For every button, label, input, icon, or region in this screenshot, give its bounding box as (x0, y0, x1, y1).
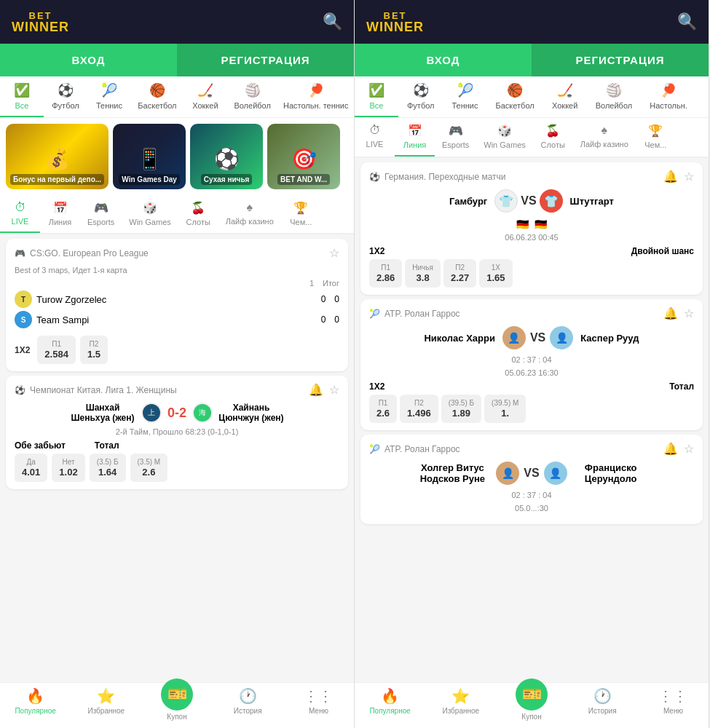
sport-tab-tabletennis-left[interactable]: 🏓 Настольн. теннис (277, 76, 354, 117)
bottom-nav-coupon-right[interactable]: 🎫 Купон (496, 687, 567, 721)
atp1-league-name: ATP. Ролан Гаррос (384, 309, 460, 319)
china-odds-35b[interactable]: (3.5) Б 1.64 (90, 454, 126, 482)
atp1-bell-btn[interactable]: 🔔 (663, 306, 678, 320)
csgo-team2: S Team Sampi (15, 311, 89, 328)
bottom-nav-history-right[interactable]: 🕐 История (567, 687, 638, 721)
register-button-left[interactable]: РЕГИСТРАЦИЯ (177, 44, 354, 76)
sport-tab-hockey-right[interactable]: 🏒 Хоккей (543, 76, 587, 117)
sport-tab-basketball-right[interactable]: 🏀 Баскетбол (487, 76, 543, 117)
nav-tab-live-right[interactable]: ⏱ LIVE (355, 118, 395, 157)
atp1-team1-name: Николас Харри (424, 333, 494, 344)
germany-odds-p2[interactable]: П2 2.27 (443, 259, 476, 288)
nav-tab-wingames-right[interactable]: 🎲 Win Games (476, 118, 532, 157)
promo-row-left: 💰 Бонус на первый депо... 📱 Win Games Da… (0, 118, 354, 195)
promo-betandwin-left[interactable]: 🎯 BET AND W... (267, 124, 340, 189)
atp1-market2-label: Тотал (669, 381, 694, 392)
bottom-nav-history-left[interactable]: 🕐 История (213, 687, 283, 721)
china-odds-35m[interactable]: (3.5) М 2.6 (130, 454, 168, 482)
nav-tab-chm-right[interactable]: 🏆 Чем... (636, 118, 676, 157)
bottom-nav-favorites-right[interactable]: ⭐ Избранное (425, 687, 496, 721)
nav-tab-liniya-right[interactable]: 📅 Линия (395, 118, 435, 157)
sport-tab-all-right[interactable]: ✅ Все (355, 76, 398, 117)
sport-tab-hockey-left[interactable]: 🏒 Хоккей (184, 76, 227, 117)
laykaz-icon-left: ♠ (247, 201, 253, 214)
promo-wingames-left[interactable]: 📱 Win Games Day (113, 124, 186, 189)
germany-odds-nichya[interactable]: Ничья 3.8 (405, 259, 441, 288)
sport-tab-volleyball-label-left: Волейбол (234, 101, 271, 110)
login-button-left[interactable]: ВХОД (0, 44, 177, 76)
nav-tab-esports-left[interactable]: 🎮 Esports (80, 195, 122, 233)
atp2-league-name: ATP. Ролан Гаррос (384, 444, 460, 454)
sport-tab-football-left[interactable]: ⚽ Футбол (44, 76, 87, 117)
atp2-favorite-btn[interactable]: ☆ (684, 442, 694, 456)
register-button-right[interactable]: РЕГИСТРАЦИЯ (532, 44, 709, 76)
nav-tab-slots-right[interactable]: 🍒 Слоты (533, 118, 573, 157)
sport-tab-tennis-label-left: Теннис (96, 101, 122, 110)
atp1-odds-row: П1 2.6 П2 1.496 (39.5) Б 1.89 (39.5) М 1… (369, 395, 694, 423)
sport-tab-tennis-right[interactable]: 🎾 Теннис (443, 76, 487, 117)
bottom-nav-popular-left[interactable]: 🔥 Популярное (0, 687, 71, 721)
bottom-nav-coupon-left[interactable]: 🎫 Купон (141, 687, 212, 721)
bottom-nav-favorites-left[interactable]: ⭐ Избранное (71, 687, 141, 721)
china-team1-crest: 上 (141, 403, 162, 423)
atp1-odds-395b[interactable]: (39.5) Б 1.89 (441, 395, 481, 423)
atp1-odds-p2[interactable]: П2 1.496 (400, 395, 438, 423)
search-button-left[interactable]: 🔍 (323, 12, 342, 31)
popular-icon-right: 🔥 (381, 687, 399, 705)
nav-tab-liniya-left[interactable]: 📅 Линия (40, 195, 80, 233)
china-bell-btn[interactable]: 🔔 (309, 383, 323, 397)
atp1-favorite-btn[interactable]: ☆ (684, 306, 694, 320)
nav-tab-wingames-label-right: Win Games (484, 141, 525, 149)
match-germany-league: ⚽ Германия. Переходные матчи (369, 172, 506, 182)
csgo-team2-score1: 0 (321, 314, 326, 325)
germany-odds-1x[interactable]: 1X 1.65 (479, 259, 512, 288)
nav-tab-wingames-left[interactable]: 🎲 Win Games (122, 195, 178, 233)
sport-tab-football-right[interactable]: ⚽ Футбол (398, 76, 443, 117)
sport-tab-tennis-left[interactable]: 🎾 Теннис (87, 76, 131, 117)
nav-tab-laykaz-right[interactable]: ♠ Лайф казино (573, 118, 636, 157)
sport-tab-basketball-left[interactable]: 🏀 Баскетбол (131, 76, 184, 117)
china-market1-label: Обе забьют (15, 440, 66, 451)
sport-tab-volleyball-right[interactable]: 🏐 Волейбол (587, 76, 642, 117)
csgo-odds-p2[interactable]: П2 1.5 (80, 336, 108, 364)
logo-winner-left: WINNER (12, 20, 69, 33)
sport-tab-tabletennis-right[interactable]: 🏓 Настольн. (641, 76, 696, 117)
search-button-right[interactable]: 🔍 (677, 12, 697, 31)
bottom-nav-popular-right[interactable]: 🔥 Популярное (355, 687, 425, 721)
atp1-odds-p1[interactable]: П1 2.6 (369, 395, 397, 423)
csgo-score-header: 1 Итог (15, 279, 339, 288)
csgo-odds-p1[interactable]: П1 2.584 (37, 336, 76, 364)
bottom-nav-menu-left[interactable]: ⋮⋮ Меню (283, 687, 354, 721)
china-favorite-btn[interactable]: ☆ (329, 383, 339, 397)
csgo-league-name: CS:GO. European Pro League (30, 248, 149, 258)
nav-tab-esports-right[interactable]: 🎮 Esports (435, 118, 476, 157)
csgo-odds-section: 1X2 П1 2.584 П2 1.5 (15, 336, 339, 364)
bottom-nav-menu-right[interactable]: ⋮⋮ Меню (638, 687, 709, 721)
sport-tab-volleyball-left[interactable]: 🏐 Волейбол (227, 76, 277, 117)
china-odds-da[interactable]: Да 4.01 (15, 454, 47, 482)
sport-tab-all-left[interactable]: ✅ Все (0, 76, 44, 117)
csgo-team2-logo: S (15, 311, 32, 328)
china-odds-net[interactable]: Нет 1.02 (52, 454, 84, 482)
atp2-team2-avatar: 👤 (544, 462, 567, 485)
germany-teams: Гамбург 👕 VS 👕 Штутгарт (369, 189, 694, 213)
coupon-label-right: Купон (521, 713, 541, 721)
promo-bonus-left[interactable]: 💰 Бонус на первый депо... (6, 124, 109, 189)
germany-favorite-btn[interactable]: ☆ (684, 170, 694, 183)
nav-tab-chm-left[interactable]: 🏆 Чем... (281, 195, 321, 233)
favorites-icon-left: ⭐ (97, 687, 115, 705)
atp1-odds-395m[interactable]: (39.5) М 1. (484, 395, 526, 423)
menu-label-right: Меню (663, 707, 683, 715)
login-button-right[interactable]: ВХОД (355, 44, 532, 76)
nav-tab-live-left[interactable]: ⏱ LIVE (0, 195, 40, 233)
nav-tab-laykaz-left[interactable]: ♠ Лайф казино (218, 195, 281, 233)
csgo-market-label: 1X2 (15, 345, 30, 355)
nav-tab-liniya-label-left: Линия (49, 218, 72, 226)
promo-suchaya-left[interactable]: ⚽ Сухая ничья (190, 124, 263, 189)
atp2-bell-btn[interactable]: 🔔 (663, 442, 678, 456)
nav-tab-slots-left[interactable]: 🍒 Слоты (178, 195, 218, 233)
match-csgo-header: 🎮 CS:GO. European Pro League ☆ (15, 246, 339, 260)
germany-odds-p1[interactable]: П1 2.86 (369, 259, 402, 288)
csgo-favorite-btn[interactable]: ☆ (329, 246, 339, 260)
germany-bell-btn[interactable]: 🔔 (663, 170, 678, 183)
